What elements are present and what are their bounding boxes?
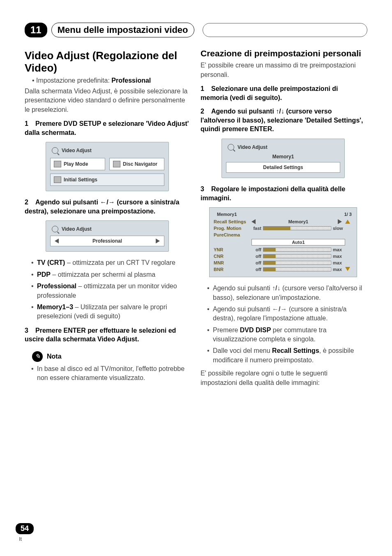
ss2-title: Video Adjust	[62, 226, 92, 232]
option-desc: – ottimizzata per schermi al plasma	[51, 271, 155, 278]
ss4-row-label: BNR	[214, 267, 251, 272]
ss1-title: Video Adjust	[62, 148, 92, 153]
ss4-row-right-label: max	[331, 260, 345, 265]
screenshot-video-adjust-selector: Video Adjust Professional	[46, 220, 169, 252]
note-body-list: In base al disco ed al TV/monitor, l'eff…	[31, 364, 190, 383]
right-step-1: 1Selezionare una delle preimpostazioni d…	[201, 84, 366, 102]
section-heading-presets: Creazione di preimpostazioni personali	[201, 48, 366, 58]
header-spacer-pill	[203, 23, 367, 37]
ss4-recall-label: Recall Settings	[214, 219, 251, 224]
initial-settings-icon	[54, 176, 61, 183]
left-step-2-pre: Agendo sui pulsanti	[35, 199, 100, 206]
ss4-row-slider	[263, 248, 331, 252]
left-column: Video Adjust (Regolazione del Video) • I…	[25, 47, 190, 392]
step-number: 1	[201, 84, 211, 93]
note-title: Nota	[47, 353, 62, 360]
bullet-bold: Recall Settings	[272, 347, 319, 354]
ss4-row-left-label: off	[251, 260, 263, 265]
ss1-header: Video Adjust	[50, 146, 164, 155]
ss3-memory-label: Memory1	[226, 154, 340, 160]
ss1-disc-navigator-item: Disc Navigator	[109, 158, 164, 170]
right-step-2-pre: Agendo sui pulsanti	[211, 108, 276, 115]
right-bullet-3: Premere DVD DISP per commutare tra visua…	[207, 326, 366, 344]
chapter-header-row: 11 Menu delle impostazioni video	[25, 23, 367, 37]
intro-paragraph-left: Dalla schermata Video Adjust, è possibil…	[25, 87, 190, 114]
default-setting-line: • Impostazione predefinita: Professional	[32, 77, 190, 84]
left-step-1: 1Premere DVD SETUP e selezionare 'Video …	[25, 119, 190, 137]
step-number: 2	[201, 107, 211, 116]
disc-navigator-icon	[113, 161, 120, 167]
ss4-row-slider	[263, 226, 331, 230]
option-name: Memory1–3	[37, 303, 73, 310]
right-bullet-1: Agendo sui pulsanti ↑/↓ (cursore verso l…	[207, 284, 366, 302]
ss2-value-row: Professional	[50, 236, 164, 246]
screenshot-memory-settings: Memory1 1/ 3 Recall Settings Memory1 Pro…	[209, 207, 357, 277]
ss4-row-slider	[263, 267, 331, 271]
ss3-header: Video Adjust	[226, 143, 340, 151]
intro-paragraph-right: E' possibile creare un massimo di tre pr…	[201, 61, 366, 79]
play-mode-icon	[54, 161, 61, 167]
ss2-value: Professional	[92, 238, 122, 244]
chapter-title-pill: Menu delle impostazioni video	[51, 23, 194, 37]
ss4-row-left-label: off	[251, 267, 263, 272]
option-name: PDP	[37, 271, 51, 278]
option-professional: Professional – ottimizzata per un monito…	[31, 282, 190, 300]
bullet-arrows: ↑/↓	[272, 285, 280, 292]
up-arrow-icon	[345, 220, 350, 224]
ss1-play-mode-item: Play Mode	[50, 158, 105, 170]
page-footer: 54 It	[16, 523, 34, 542]
note-body-text: In base al disco ed al TV/monitor, l'eff…	[31, 364, 190, 383]
bullet-pre: Agendo sui pulsanti	[213, 285, 272, 292]
default-value: Professional	[111, 77, 151, 84]
ss4-row-right-label: max	[331, 247, 345, 252]
right-arrow-icon	[338, 219, 342, 224]
bullet-pre: Agendo sui pulsanti	[213, 306, 272, 313]
right-column: Creazione di preimpostazioni personali E…	[201, 47, 366, 392]
step-number: 1	[25, 119, 35, 128]
left-step-3-text: Premere ENTER per effettuare le selezion…	[25, 327, 176, 343]
ss3-title: Video Adjust	[238, 144, 267, 150]
two-column-layout: Video Adjust (Regolazione del Video) • I…	[25, 47, 367, 392]
magnifier-icon	[52, 226, 58, 232]
note-block: ✎ Nota In base al disco ed al TV/monitor…	[25, 351, 190, 383]
right-step-2-arrows: ↑/↓	[276, 108, 284, 115]
left-options-list: TV (CRT) – ottimizzata per un CRT TV reg…	[31, 258, 190, 321]
default-prefix: • Impostazione predefinita:	[32, 77, 111, 84]
bullet-arrows: ←/→	[272, 306, 287, 313]
left-step-2: 2Agendo sui pulsanti ←/→ (cursore a sini…	[25, 198, 190, 215]
ss3-detailed-label: Detailed Settings	[263, 164, 303, 170]
ss1-play-mode-label: Play Mode	[64, 161, 88, 167]
ss4-row-slider	[263, 254, 331, 258]
ss4-row-label: CNR	[214, 254, 251, 259]
ss4-row-left-label: fast	[251, 226, 263, 231]
ss4-row-left-label: off	[251, 254, 263, 259]
ss4-row-label: YNR	[214, 247, 251, 252]
right-step-2: 2Agendo sui pulsanti ↑/↓ (cursore verso …	[201, 107, 366, 134]
ss4-row-auto-value: Auto1	[251, 239, 345, 246]
page-number-badge: 54	[16, 523, 34, 534]
ss4-row-left-label: off	[251, 247, 263, 252]
left-step-3: 3Premere ENTER per effettuare le selezio…	[25, 326, 190, 344]
ss4-row-label: PureCinema	[214, 232, 251, 237]
right-bullet-2: Agendo sui pulsanti ←/→ (cursore a sinis…	[207, 305, 366, 323]
step-number: 3	[25, 326, 35, 335]
step-number: 2	[25, 198, 35, 207]
ss4-settings-grid: Prog. MotionfastslowPureCinemaAuto1YNRof…	[214, 226, 353, 272]
magnifier-icon	[228, 144, 234, 151]
page-language-label: It	[19, 536, 22, 542]
right-step-3: 3Regolare le impostazioni della qualità …	[201, 185, 366, 202]
option-desc: – ottimizzata per un CRT TV regolare	[65, 259, 175, 266]
right-step-1-text: Selezionare una delle preimpostazioni di…	[201, 85, 338, 101]
option-name: TV (CRT)	[37, 259, 65, 266]
left-step-1-text: Premere DVD SETUP e selezionare 'Video A…	[25, 120, 189, 136]
bullet-pre: Dalle voci del menu	[213, 347, 272, 354]
ss4-memory-value: Memory1	[259, 219, 338, 224]
ss4-row-right-label: max	[331, 254, 345, 259]
right-bullets-list: Agendo sui pulsanti ↑/↓ (cursore verso l…	[207, 284, 366, 365]
option-name: Professional	[37, 283, 76, 290]
step-number: 3	[201, 185, 211, 194]
bullet-pre: Premere	[213, 327, 240, 334]
page: 11 Menu delle impostazioni video Video A…	[0, 0, 392, 556]
ss4-top-row: Memory1 1/ 3	[214, 211, 353, 218]
screenshot-memory-detailed: Video Adjust Memory1 Detailed Settings	[221, 139, 345, 178]
